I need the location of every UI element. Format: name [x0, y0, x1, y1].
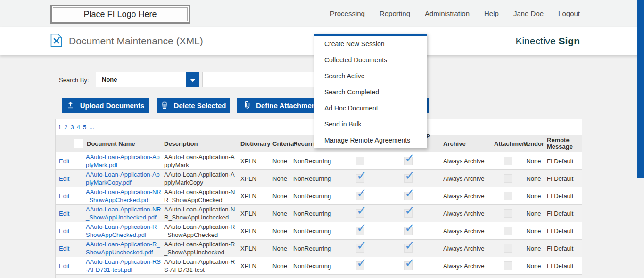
nav-processing[interactable]: Processing	[330, 9, 365, 17]
menu-item-search-active[interactable]: Search Active	[314, 68, 427, 84]
delete-selected-button[interactable]: Delete Selected	[157, 98, 230, 113]
flag-checkbox-1[interactable]	[356, 174, 364, 183]
edit-link[interactable]: Edit	[56, 175, 69, 182]
table-row: Edit AAuto-Loan-Application-RS-AFD731-te…	[56, 257, 582, 274]
description-cell: AAuto-Loan-Application-ApplyMark	[164, 153, 240, 169]
dictionary-cell: XPLN	[240, 244, 272, 253]
flag-checkbox-1[interactable]	[356, 244, 364, 253]
header-criteria: Criteria	[272, 140, 293, 148]
edit-link[interactable]: Edit	[56, 158, 69, 165]
header-dictionary: Dictionary	[240, 140, 272, 148]
menu-item-collected-documents[interactable]: Collected Documents	[314, 52, 427, 68]
upload-documents-label: Upload Documents	[80, 101, 145, 110]
criteria-cell	[272, 275, 293, 276]
delete-selected-label: Delete Selected	[174, 101, 226, 110]
edit-link[interactable]: Edit	[56, 210, 69, 217]
chevron-down-icon	[190, 76, 196, 84]
edit-link[interactable]	[56, 276, 59, 278]
main-nav: Processing Reporting Administration Help…	[330, 0, 580, 27]
search-by-select[interactable]: None	[96, 72, 186, 87]
description-cell: AAuto-Loan-Application-RS-	[164, 275, 240, 278]
archive-cell	[435, 275, 494, 276]
flag-checkbox-2[interactable]	[404, 192, 413, 200]
vendor-cell: None	[522, 227, 545, 235]
flag-checkbox-2[interactable]	[404, 261, 413, 270]
page-link-more[interactable]: ...	[89, 124, 94, 131]
archive-cell: Always Archive	[435, 175, 494, 183]
attachment-checkbox[interactable]	[504, 244, 512, 253]
page-link-2[interactable]: 2	[64, 124, 67, 131]
menu-item-send-in-bulk[interactable]: Send in Bulk	[314, 116, 427, 132]
description-cell: AAuto-Loan-Application-NR_ShowAppUncheck…	[164, 205, 240, 221]
flag-checkbox-1[interactable]	[356, 157, 364, 165]
recurring-cell: NonRecurring	[293, 262, 339, 270]
header-attachment: Attachment	[494, 140, 522, 148]
nav-administration[interactable]: Administration	[425, 9, 470, 17]
document-name-link[interactable]: AAuto-Loan-Application-NR_ShowAppUncheck…	[86, 205, 164, 221]
attachment-checkbox[interactable]	[504, 261, 512, 270]
attachment-checkbox[interactable]	[504, 209, 512, 218]
edit-link[interactable]: Edit	[56, 262, 69, 270]
nav-help[interactable]: Help	[484, 9, 499, 17]
paperclip-icon	[244, 101, 250, 110]
page-link-1[interactable]: 1	[58, 124, 61, 131]
header-vendor: Vendor	[522, 140, 545, 148]
edit-link[interactable]: Edit	[56, 245, 69, 252]
remote-message-cell: FI Default	[545, 157, 582, 165]
table-row: Edit AAuto-Loan-Application-NR_ShowAppCh…	[56, 187, 582, 204]
document-name-link[interactable]: AAuto-Loan-Application-R_ShowAppUnchecke…	[86, 240, 164, 256]
attachment-checkbox[interactable]	[504, 174, 512, 183]
document-name-link[interactable]: AAuto-Loan-Application-NR_ShowAppChecked…	[86, 188, 164, 204]
page-link-3[interactable]: 3	[70, 124, 74, 131]
vertical-scrollbar-thumb[interactable]	[637, 0, 644, 178]
document-name-link[interactable]: AAuto-Loan-Application-ApplyMarkCopy.pdf	[86, 170, 164, 186]
vendor-cell: None	[522, 157, 545, 165]
document-name-link[interactable]: AAuto-Loan-Application-R_ShowAppChecked.…	[86, 223, 164, 239]
page-link-5[interactable]: 5	[83, 124, 86, 131]
search-by-select-arrow[interactable]	[186, 72, 199, 87]
flag-checkbox-2[interactable]	[404, 227, 413, 235]
attachment-checkbox[interactable]	[504, 227, 512, 235]
menu-item-create-new-session[interactable]: Create New Session	[314, 36, 427, 52]
attachment-checkbox[interactable]	[504, 157, 512, 165]
flag-checkbox-1[interactable]	[356, 192, 364, 200]
menu-item-ad-hoc-document[interactable]: Ad Hoc Document	[314, 100, 427, 116]
vendor-cell: None	[522, 192, 545, 200]
remote-message-cell: FI Default	[545, 244, 582, 253]
menu-item-manage-remote-agreements[interactable]: Manage Remote Agreements	[314, 132, 427, 148]
recurring-cell: NonRecurring	[293, 192, 339, 200]
document-name-link[interactable]: AAuto-Loan-Application-RS-	[86, 275, 164, 278]
define-attachments-label: Define Attachments	[256, 101, 322, 110]
remote-message-cell: FI Default	[545, 210, 582, 218]
nav-user-jane-doe[interactable]: Jane Doe	[513, 9, 544, 17]
attachment-checkbox[interactable]	[504, 192, 512, 200]
recurring-cell: NonRecurring	[293, 244, 339, 253]
header-document-name: Document Name	[86, 140, 164, 148]
search-by-label: Search By:	[59, 76, 89, 84]
brand-bold: Sign	[559, 35, 580, 47]
document-name-link[interactable]: AAuto-Loan-Application-ApplyMark.pdf	[86, 153, 164, 169]
flag-checkbox-2[interactable]	[404, 157, 413, 165]
upload-documents-button[interactable]: Upload Documents	[62, 98, 149, 113]
nav-logout[interactable]: Logout	[558, 9, 580, 17]
select-all-checkbox[interactable]	[74, 139, 83, 148]
vendor-cell	[522, 275, 545, 276]
remote-message-cell	[545, 275, 582, 276]
dictionary-cell	[240, 275, 272, 276]
nav-reporting[interactable]: Reporting	[380, 9, 410, 17]
table-row: Edit AAuto-Loan-Application-NR_ShowAppUn…	[56, 204, 582, 222]
menu-item-search-completed[interactable]: Search Completed	[314, 84, 427, 100]
flag-checkbox-1[interactable]	[356, 261, 364, 270]
dictionary-cell: XPLN	[240, 262, 272, 270]
flag-checkbox-2[interactable]	[404, 244, 413, 253]
flag-checkbox-2[interactable]	[404, 174, 413, 183]
flag-checkbox-1[interactable]	[356, 227, 364, 235]
flag-checkbox-2[interactable]	[404, 209, 413, 218]
page-link-4[interactable]: 4	[77, 124, 80, 131]
remote-message-cell: FI Default	[545, 262, 582, 270]
edit-link[interactable]: Edit	[56, 227, 69, 235]
search-input[interactable]	[202, 72, 320, 87]
flag-checkbox-1[interactable]	[356, 209, 364, 218]
document-name-link[interactable]: AAuto-Loan-Application-RS-AFD731-test.pd…	[86, 258, 164, 274]
edit-link[interactable]: Edit	[56, 193, 69, 200]
